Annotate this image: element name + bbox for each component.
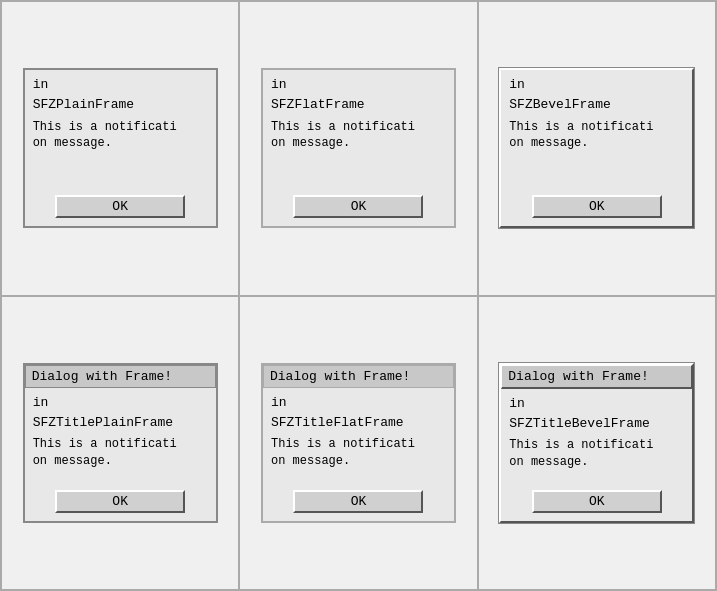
dialog-title-bevel-frame: Dialog with Frame!inSFZTitleBevelFrameTh… xyxy=(499,363,694,523)
dialog-flat-frame: inSFZFlatFrameThis is a notificati on me… xyxy=(261,68,456,228)
dialog-plain-frame: inSFZPlainFrameThis is a notificati on m… xyxy=(23,68,218,228)
content-title-plain-frame: inSFZTitlePlainFrameThis is a notificati… xyxy=(25,388,216,484)
cell-bevel-frame: inSFZBevelFrameThis is a notificati on m… xyxy=(478,1,716,296)
frame-line1: in xyxy=(271,394,446,412)
cell-plain-frame: inSFZPlainFrameThis is a notificati on m… xyxy=(1,1,239,296)
cell-flat-frame: inSFZFlatFrameThis is a notificati on me… xyxy=(239,1,477,296)
frame-line1: in xyxy=(33,76,208,94)
cell-title-flat-frame: Dialog with Frame!inSFZTitleFlatFrameThi… xyxy=(239,296,477,591)
main-grid: inSFZPlainFrameThis is a notificati on m… xyxy=(0,0,717,591)
frame-line1: in xyxy=(509,395,684,413)
frame-line1: in xyxy=(33,394,208,412)
cell-title-plain-frame: Dialog with Frame!inSFZTitlePlainFrameTh… xyxy=(1,296,239,591)
content-title-bevel-frame: inSFZTitleBevelFrameThis is a notificati… xyxy=(501,389,692,484)
ok-button[interactable]: OK xyxy=(532,490,662,513)
dialog-bevel-frame: inSFZBevelFrameThis is a notificati on m… xyxy=(499,68,694,228)
cell-title-bevel-frame: Dialog with Frame!inSFZTitleBevelFrameTh… xyxy=(478,296,716,591)
content-bevel-frame: inSFZBevelFrameThis is a notificati on m… xyxy=(501,70,692,189)
frame-line2: SFZTitlePlainFrame xyxy=(33,414,208,432)
frame-line1: in xyxy=(509,76,684,94)
footer-flat-frame: OK xyxy=(263,189,454,226)
notification-message: This is a notificati on message. xyxy=(509,437,684,471)
ok-button[interactable]: OK xyxy=(293,490,423,513)
title-bar-title-plain-frame: Dialog with Frame! xyxy=(25,365,216,388)
frame-line2: SFZTitleBevelFrame xyxy=(509,415,684,433)
frame-line2: SFZFlatFrame xyxy=(271,96,446,114)
content-title-flat-frame: inSFZTitleFlatFrameThis is a notificati … xyxy=(263,388,454,484)
notification-message: This is a notificati on message. xyxy=(509,119,684,153)
frame-line2: SFZPlainFrame xyxy=(33,96,208,114)
content-plain-frame: inSFZPlainFrameThis is a notificati on m… xyxy=(25,70,216,189)
title-bar-title-flat-frame: Dialog with Frame! xyxy=(263,365,454,388)
footer-title-flat-frame: OK xyxy=(263,484,454,521)
frame-line2: SFZTitleFlatFrame xyxy=(271,414,446,432)
notification-message: This is a notificati on message. xyxy=(271,436,446,470)
footer-bevel-frame: OK xyxy=(501,189,692,226)
notification-message: This is a notificati on message. xyxy=(33,436,208,470)
notification-message: This is a notificati on message. xyxy=(271,119,446,153)
content-flat-frame: inSFZFlatFrameThis is a notificati on me… xyxy=(263,70,454,189)
ok-button[interactable]: OK xyxy=(293,195,423,218)
title-bar-title-bevel-frame: Dialog with Frame! xyxy=(501,365,692,389)
footer-title-plain-frame: OK xyxy=(25,484,216,521)
dialog-title-plain-frame: Dialog with Frame!inSFZTitlePlainFrameTh… xyxy=(23,363,218,523)
ok-button[interactable]: OK xyxy=(55,490,185,513)
frame-line1: in xyxy=(271,76,446,94)
footer-title-bevel-frame: OK xyxy=(501,484,692,521)
footer-plain-frame: OK xyxy=(25,189,216,226)
ok-button[interactable]: OK xyxy=(55,195,185,218)
ok-button[interactable]: OK xyxy=(532,195,662,218)
notification-message: This is a notificati on message. xyxy=(33,119,208,153)
dialog-title-flat-frame: Dialog with Frame!inSFZTitleFlatFrameThi… xyxy=(261,363,456,523)
frame-line2: SFZBevelFrame xyxy=(509,96,684,114)
